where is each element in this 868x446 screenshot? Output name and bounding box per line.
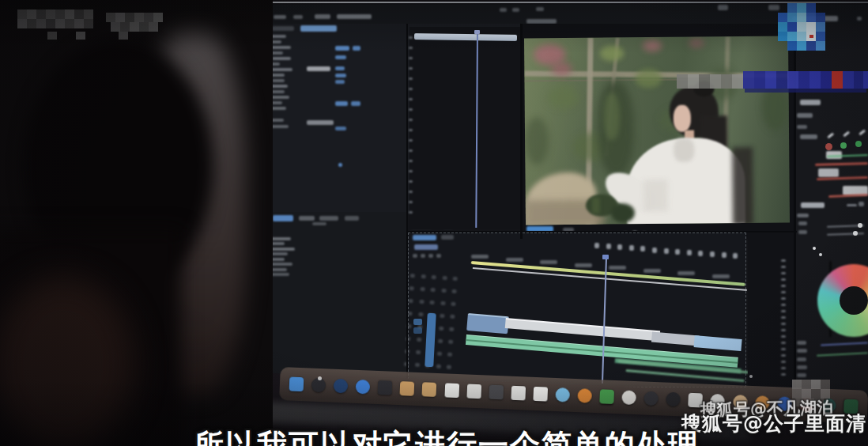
dock-icon-safari[interactable]	[356, 380, 371, 395]
property-row	[272, 79, 285, 82]
param-label	[797, 373, 806, 377]
track-control-dot	[418, 312, 423, 316]
keyframe-value[interactable]	[335, 74, 346, 77]
keyframe-value[interactable]	[353, 46, 360, 51]
item	[821, 71, 832, 89]
item	[74, 19, 84, 28]
param-label	[800, 134, 817, 139]
ruler-label	[712, 274, 730, 278]
param-label	[798, 221, 807, 225]
timeline-playhead-cap[interactable]	[602, 255, 609, 259]
track-control-dot	[421, 274, 425, 278]
keyframe-value[interactable]	[335, 127, 346, 130]
dock-icon-document[interactable]	[466, 384, 481, 399]
track-control-dot	[408, 299, 413, 303]
tab[interactable]	[345, 216, 359, 221]
clip-video-gray[interactable]	[651, 332, 700, 346]
track-control-dot	[451, 289, 456, 293]
keyframe-value[interactable]	[335, 101, 348, 106]
track-target-chip[interactable]	[413, 327, 422, 334]
item	[76, 32, 85, 40]
curve-fill	[818, 168, 839, 177]
param-label	[797, 365, 807, 369]
dock-icon-green-app[interactable]	[599, 389, 614, 404]
project-item[interactable]	[270, 248, 295, 251]
item	[139, 22, 149, 32]
item	[806, 22, 816, 32]
ruler-label	[643, 269, 661, 273]
wheel-dot[interactable]	[819, 253, 822, 256]
timeline-timecode[interactable]	[414, 244, 438, 250]
clip-video-lightblue[interactable]	[694, 335, 742, 351]
tick	[409, 57, 413, 59]
item	[65, 9, 74, 19]
dock-icon-document[interactable]	[533, 387, 548, 402]
wheel-dot[interactable]	[813, 247, 816, 250]
keyframe-value[interactable]	[335, 66, 345, 70]
dock-icon-dark-app[interactable]	[644, 391, 659, 406]
menu-item[interactable]	[293, 15, 303, 19]
tab-active[interactable]	[300, 25, 337, 32]
tab[interactable]	[312, 222, 326, 225]
property-row	[270, 68, 292, 71]
item	[778, 13, 787, 22]
tab[interactable]	[441, 235, 454, 240]
dock-icon-dark-app[interactable]	[666, 392, 681, 407]
menu-item[interactable]	[274, 15, 286, 19]
video-preview[interactable]	[524, 36, 790, 225]
item	[120, 22, 130, 32]
dock-icon-photos[interactable]	[621, 390, 636, 405]
green-dot-button[interactable]	[855, 141, 862, 147]
keyframe-value[interactable]	[335, 46, 349, 51]
item	[84, 9, 93, 19]
clip-video-blue[interactable]	[466, 313, 509, 334]
keyframe-dot[interactable]	[338, 163, 342, 167]
window-icon[interactable]	[718, 5, 728, 10]
panel-icon	[413, 254, 417, 258]
red-ring-button[interactable]	[825, 143, 832, 150]
tick	[781, 329, 786, 331]
dock-icon-dark-document[interactable]	[489, 385, 504, 400]
keyframe-value[interactable]	[335, 80, 345, 84]
green-dot-button[interactable]	[840, 142, 847, 149]
tick	[409, 149, 413, 152]
toolbar-glyph	[652, 248, 657, 253]
slider-handle[interactable]	[853, 231, 858, 236]
dock-icon-dark-app[interactable]	[378, 380, 393, 395]
tab[interactable]	[299, 216, 315, 221]
slider-handle[interactable]	[858, 223, 862, 228]
menu-caret[interactable]	[857, 17, 862, 21]
tab-active[interactable]	[273, 215, 293, 221]
item	[47, 32, 57, 40]
dock-icon-orange-app[interactable]	[577, 388, 592, 403]
property-label[interactable]	[307, 120, 334, 125]
track-target-chip[interactable]	[413, 319, 422, 325]
track-control-dot	[440, 301, 445, 305]
menu-item[interactable]	[315, 14, 330, 19]
window-icon[interactable]	[768, 5, 779, 10]
toolbar-icon[interactable]	[500, 8, 507, 12]
keyframe-value[interactable]	[335, 55, 346, 59]
dock-icon-lightblue-app[interactable]	[555, 387, 570, 403]
property-label[interactable]	[307, 66, 330, 71]
tab[interactable]	[319, 216, 338, 221]
track-control-dot	[436, 352, 441, 356]
effect-controls-mini-timeline[interactable]	[409, 27, 520, 229]
title-text[interactable]	[337, 14, 372, 19]
dock-icon-finder[interactable]	[289, 376, 304, 391]
dock-icon-document[interactable]	[511, 386, 526, 401]
dock-icon-folder[interactable]	[422, 382, 437, 397]
panel-icon	[436, 254, 441, 258]
ruler-label	[506, 258, 523, 262]
dock-icon-document[interactable]	[444, 383, 459, 398]
toolbar-icon[interactable]	[512, 8, 519, 12]
dock-icon-blue-app[interactable]	[334, 379, 349, 394]
ec-playhead-cap[interactable]	[474, 30, 480, 34]
item	[802, 380, 811, 389]
sequence-tab[interactable]	[413, 235, 436, 240]
keyframe-value[interactable]	[351, 101, 360, 106]
tab[interactable]	[272, 26, 294, 31]
dock-icon-folder[interactable]	[400, 381, 415, 396]
item	[863, 71, 868, 89]
toolbar-icon[interactable]	[536, 7, 544, 11]
